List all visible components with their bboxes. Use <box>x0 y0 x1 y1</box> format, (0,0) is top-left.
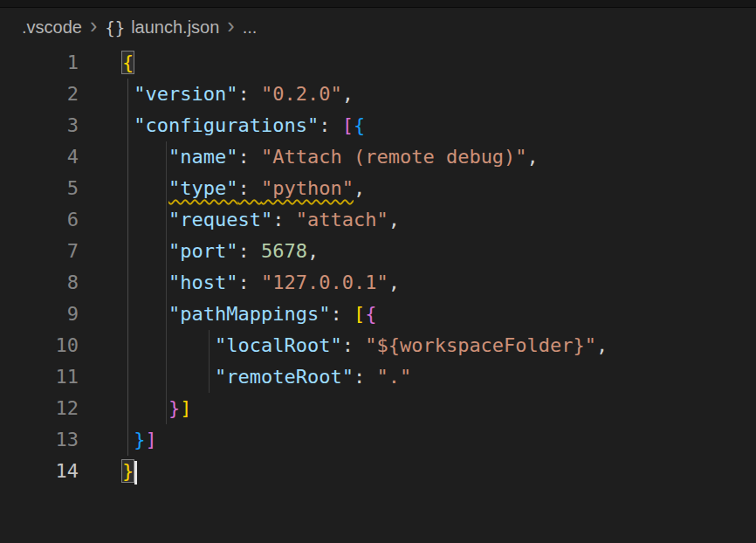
code-token: , <box>307 240 319 262</box>
code-token: : <box>237 146 261 168</box>
code-token: [ <box>354 303 365 325</box>
code-text: "request": "attach", <box>79 204 400 236</box>
code-text: "type": "python", <box>79 173 365 204</box>
code-token: , <box>527 146 539 168</box>
code-text: "remoteRoot": "." <box>79 361 411 393</box>
code-token: "localRoot" <box>215 334 342 356</box>
code-lines: 1{2 "version": "0.2.0",3 "configurations… <box>0 47 756 487</box>
warning-squiggle: "type": "python" <box>168 177 354 199</box>
code-token: } <box>122 460 134 482</box>
line-number: 2 <box>0 79 79 110</box>
code-line[interactable]: 3 "configurations": [{ <box>0 110 756 141</box>
code-text: "port": 5678, <box>79 236 319 267</box>
code-line[interactable]: 14} <box>0 456 756 487</box>
code-token: , <box>342 83 354 105</box>
chevron-right-icon: › <box>90 15 97 37</box>
code-token: "name" <box>168 146 237 168</box>
code-token: 5678 <box>261 240 307 262</box>
code-token: , <box>388 272 400 293</box>
code-token: : <box>237 83 261 105</box>
line-number: 3 <box>0 110 79 141</box>
tab-bar-edge <box>0 0 756 8</box>
json-braces-icon: {} <box>105 18 125 38</box>
breadcrumb-symbol[interactable]: ... <box>243 17 258 38</box>
code-text: }] <box>79 393 191 424</box>
breadcrumb-folder[interactable]: .vscode <box>22 17 82 38</box>
code-token: : <box>237 177 261 199</box>
code-token: ] <box>180 397 191 419</box>
line-number: 12 <box>0 393 79 424</box>
code-line[interactable]: 5 "type": "python", <box>0 173 756 204</box>
code-text: "configurations": [{ <box>79 110 365 141</box>
line-number: 6 <box>0 204 79 236</box>
code-token: "type" <box>168 177 237 199</box>
code-token: : <box>272 209 296 230</box>
code-line[interactable]: 6 "request": "attach", <box>0 204 756 236</box>
code-text: "name": "Attach (remote debug)", <box>79 141 539 173</box>
breadcrumb-file[interactable]: {} launch.json <box>105 17 219 38</box>
code-line[interactable]: 7 "port": 5678, <box>0 236 756 267</box>
code-token: "configurations" <box>134 114 319 136</box>
code-token: "${workspaceFolder}" <box>365 334 596 356</box>
line-number: 10 <box>0 330 79 361</box>
code-line[interactable]: 8 "host": "127.0.0.1", <box>0 267 756 299</box>
code-token: "remoteRoot" <box>215 366 354 388</box>
code-token: ] <box>146 429 157 450</box>
code-line[interactable]: 4 "name": "Attach (remote debug)", <box>0 141 756 173</box>
code-text: "localRoot": "${workspaceFolder}", <box>79 330 608 361</box>
code-text: } <box>79 456 137 487</box>
code-line[interactable]: 12 }] <box>0 393 756 424</box>
code-token: { <box>365 303 376 325</box>
line-number: 13 <box>0 424 79 456</box>
code-token: "host" <box>168 272 237 293</box>
code-line[interactable]: 2 "version": "0.2.0", <box>0 79 756 110</box>
code-token: } <box>134 429 145 450</box>
vscode-editor-window: .vscode › {} launch.json › ... 1{2 "vers… <box>0 0 756 543</box>
code-text: "host": "127.0.0.1", <box>79 267 400 299</box>
code-token: } <box>168 397 180 419</box>
code-token: "." <box>376 366 411 388</box>
code-token: "0.2.0" <box>261 83 342 105</box>
code-token: { <box>354 114 365 136</box>
code-token: "python" <box>261 177 354 199</box>
code-token: "attach" <box>296 209 388 230</box>
code-token: "Attach (remote debug)" <box>261 146 527 168</box>
line-number: 7 <box>0 236 79 267</box>
code-line[interactable]: 10 "localRoot": "${workspaceFolder}", <box>0 330 756 361</box>
line-number: 8 <box>0 267 79 299</box>
code-token: , <box>596 334 608 356</box>
code-token: : <box>319 114 342 136</box>
code-token: "version" <box>134 83 237 105</box>
code-text: }] <box>79 424 157 456</box>
chevron-right-icon: › <box>227 15 234 37</box>
code-text: "version": "0.2.0", <box>79 79 354 110</box>
code-token: "127.0.0.1" <box>261 272 388 293</box>
code-token: : <box>237 240 261 262</box>
line-number: 9 <box>0 299 79 330</box>
editor[interactable]: 1{2 "version": "0.2.0",3 "configurations… <box>0 47 756 487</box>
breadcrumb: .vscode › {} launch.json › ... <box>0 8 756 47</box>
code-token: , <box>388 209 400 230</box>
line-number: 1 <box>0 47 79 79</box>
code-text: "pathMappings": [{ <box>79 299 376 330</box>
line-number: 5 <box>0 173 79 204</box>
code-line[interactable]: 13 }] <box>0 424 756 456</box>
code-token: [ <box>342 114 354 136</box>
code-token: "request" <box>168 209 272 230</box>
line-number: 4 <box>0 141 79 173</box>
code-line[interactable]: 1{ <box>0 47 756 79</box>
code-token: : <box>237 272 261 293</box>
code-token: : <box>330 303 354 325</box>
code-token: "port" <box>168 240 237 262</box>
line-number: 11 <box>0 361 79 393</box>
code-token: { <box>122 52 134 73</box>
code-token: , <box>354 177 365 199</box>
code-line[interactable]: 11 "remoteRoot": "." <box>0 361 756 393</box>
text-cursor <box>134 461 137 485</box>
code-line[interactable]: 9 "pathMappings": [{ <box>0 299 756 330</box>
code-token: : <box>342 334 366 356</box>
breadcrumb-file-label: launch.json <box>131 17 219 38</box>
code-token: : <box>354 366 377 388</box>
code-token: "pathMappings" <box>168 303 330 325</box>
line-number: 14 <box>0 456 79 487</box>
